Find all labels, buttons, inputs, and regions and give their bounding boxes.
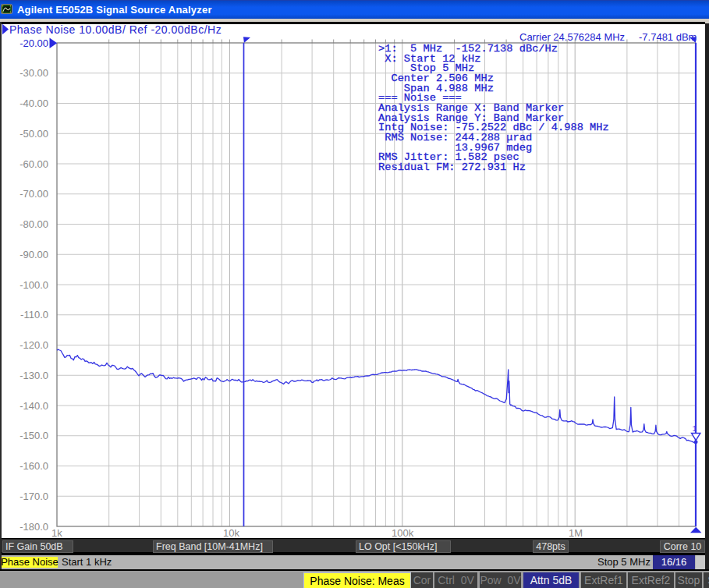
svg-text:1: 1 (693, 425, 697, 434)
